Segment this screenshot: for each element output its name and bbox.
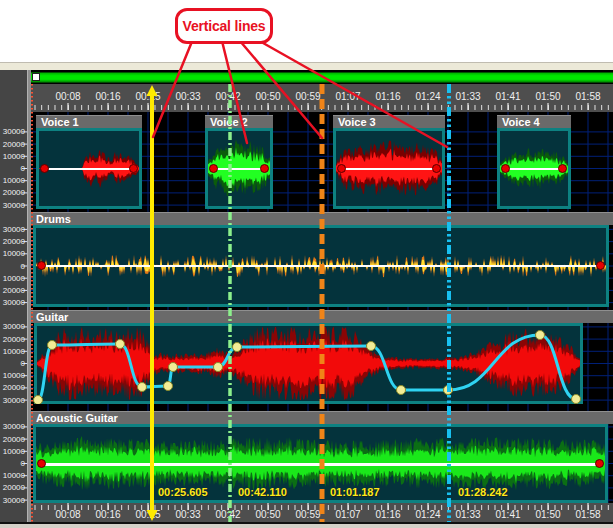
scale-label: 30000 bbox=[0, 396, 25, 405]
callout-label: Vertical lines bbox=[183, 18, 266, 34]
scale-label: 10000 bbox=[0, 371, 25, 380]
scale-label: 10000 bbox=[0, 274, 25, 283]
scale-label: 10000 bbox=[0, 249, 25, 258]
scale-label: 20000 bbox=[0, 335, 25, 344]
arranger-area: 00:0800:1600:2500:3300:4200:5000:5901:07… bbox=[31, 70, 613, 522]
callout-vertical-lines: Vertical lines bbox=[175, 8, 273, 44]
scale-label: 10000 bbox=[0, 176, 25, 185]
marker-timestamp: 00:42.110 bbox=[238, 486, 287, 498]
marker-lines bbox=[31, 84, 613, 522]
marker-timestamp: 00:25.605 bbox=[158, 486, 208, 498]
scale-label: 10000 bbox=[0, 152, 25, 161]
window-bottom-strip bbox=[0, 522, 613, 528]
scale-label: 0 bbox=[0, 164, 25, 173]
scale-label: 30000 bbox=[0, 225, 25, 234]
audio-editor-window: Vertical lines 3000020000100000100002000… bbox=[0, 0, 613, 528]
scale-label: 20000 bbox=[0, 483, 25, 492]
scale-label: 0 bbox=[0, 459, 25, 468]
scale-label: 30000 bbox=[0, 322, 25, 331]
scale-label: 10000 bbox=[0, 347, 25, 356]
playhead-arrow-up bbox=[147, 85, 158, 96]
amplitude-scale-column: 3000020000100000100002000030000300002000… bbox=[0, 70, 27, 522]
scale-label: 30000 bbox=[0, 201, 25, 210]
scale-label: 0 bbox=[0, 262, 25, 271]
marker-timestamp: 01:28.242 bbox=[458, 486, 508, 498]
scale-label: 0 bbox=[0, 359, 25, 368]
scale-label: 30000 bbox=[0, 422, 25, 431]
scale-label: 30000 bbox=[0, 127, 25, 136]
scale-label: 30000 bbox=[0, 496, 25, 505]
scale-label: 20000 bbox=[0, 286, 25, 295]
scale-label: 20000 bbox=[0, 188, 25, 197]
marker-timestamp: 01:01.187 bbox=[330, 486, 380, 498]
scale-label: 10000 bbox=[0, 471, 25, 480]
scale-label: 20000 bbox=[0, 140, 25, 149]
scale-label: 20000 bbox=[0, 237, 25, 246]
playhead-arrow-down bbox=[147, 510, 158, 521]
scale-label: 20000 bbox=[0, 383, 25, 392]
scale-label: 10000 bbox=[0, 447, 25, 456]
scale-label: 30000 bbox=[0, 298, 25, 307]
overview-bar[interactable] bbox=[31, 72, 613, 83]
scale-label: 20000 bbox=[0, 435, 25, 444]
overview-position-square[interactable] bbox=[32, 73, 40, 81]
window-top-strip bbox=[0, 62, 613, 70]
